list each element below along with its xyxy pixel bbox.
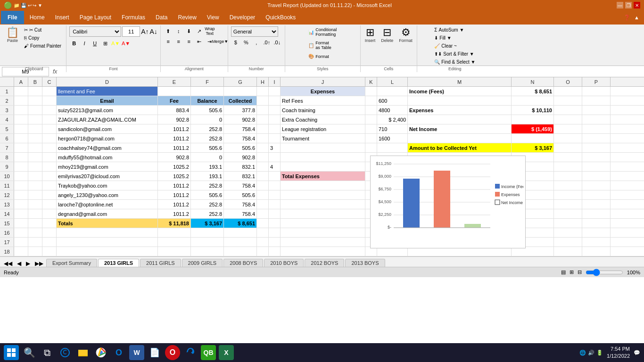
col-header-D[interactable]: D (57, 77, 158, 86)
cell-O10[interactable] (554, 172, 582, 181)
cell-N3[interactable]: $ 10,110 (512, 106, 554, 115)
sort-filter-btn[interactable]: ⬆⬇ Sort & Filter ▼ (432, 50, 476, 58)
cell-A9[interactable] (14, 162, 28, 171)
cell-G1[interactable] (224, 87, 257, 96)
cell-G9[interactable]: 832.1 (224, 162, 257, 171)
cell-D8[interactable]: mduffy55@hotmail.com (57, 153, 158, 162)
cell-C14[interactable] (42, 209, 57, 218)
cell-F2[interactable]: Balance (191, 96, 224, 105)
col-header-L[interactable]: L (377, 77, 408, 86)
cell-D12[interactable]: angely_1230@yahoo.com (57, 190, 158, 199)
cell-B2[interactable] (28, 96, 42, 105)
currency-btn[interactable]: $ (231, 38, 240, 47)
edge2-btn[interactable] (183, 345, 198, 360)
cell-O15[interactable] (554, 219, 582, 228)
battery-icon[interactable]: 🔋 (596, 350, 603, 356)
cell-J10[interactable]: Total Expenses (281, 172, 365, 181)
cell-L1[interactable] (377, 87, 408, 96)
cell-D3[interactable]: suizy52213@gmail.com (57, 106, 158, 115)
cell-C18[interactable] (42, 247, 57, 256)
cell-E15[interactable]: $ 11,818 (158, 219, 191, 228)
cell-L4[interactable]: $ 2,400 (377, 115, 408, 124)
task-view-btn[interactable]: ⧉ (40, 345, 55, 360)
cell-G11[interactable]: 758.4 (224, 181, 257, 190)
notification-icon[interactable]: 💬 (634, 350, 640, 356)
indent-decrease-btn[interactable]: ⇤ (195, 37, 204, 46)
cell-E3[interactable]: 883.4 (158, 106, 191, 115)
merge-center-btn[interactable]: Merge▼ (215, 37, 225, 46)
cell-G13[interactable]: 758.4 (224, 200, 257, 209)
cell-P6[interactable] (582, 134, 611, 143)
opera-btn[interactable]: O (165, 345, 180, 360)
cell-G14[interactable]: 758.4 (224, 209, 257, 218)
cell-F8[interactable]: 0 (191, 153, 224, 162)
cell-J3[interactable]: Coach training (281, 106, 365, 115)
cell-M5[interactable]: Net Income (408, 124, 512, 133)
align-top-btn[interactable]: ⬆ (164, 26, 173, 36)
cell-D2[interactable]: Email (57, 96, 158, 105)
cell-P11[interactable] (582, 181, 611, 190)
cell-N6[interactable] (512, 134, 554, 143)
wrap-text-btn[interactable]: Wrap Text (205, 26, 215, 36)
cell-J1[interactable]: Expenses (281, 87, 365, 96)
cell-D15[interactable]: Totals (57, 219, 158, 228)
align-middle-btn[interactable]: ↕ (174, 26, 183, 36)
cell-E12[interactable]: 1011.2 (158, 190, 191, 199)
cell-G12[interactable]: 505.6 (224, 190, 257, 199)
cell-D10[interactable]: emilyrivas207@icloud.com (57, 172, 158, 181)
cell-E17[interactable] (158, 238, 191, 247)
cell-C10[interactable] (42, 172, 57, 181)
zoom-slider[interactable] (586, 269, 623, 276)
paste-btn[interactable]: 📋 Paste (5, 26, 20, 44)
col-header-E[interactable]: E (158, 77, 191, 86)
align-center-btn[interactable]: ≡ (174, 37, 183, 46)
cell-L7[interactable] (377, 143, 408, 152)
chrome-btn[interactable] (93, 345, 108, 360)
tab-nav-next[interactable]: ▶ (24, 260, 32, 267)
cell-P12[interactable] (582, 190, 611, 199)
cell-N2[interactable] (512, 96, 554, 105)
insert-btn[interactable]: ⊞ Insert (363, 26, 377, 44)
cell-P7[interactable] (582, 143, 611, 152)
menu-review[interactable]: Review (173, 11, 201, 24)
cell-D17[interactable] (57, 238, 158, 247)
col-header-I[interactable]: I (269, 77, 281, 86)
cell-P8[interactable] (582, 153, 611, 162)
cell-A3[interactable] (14, 106, 28, 115)
cell-P13[interactable] (582, 200, 611, 209)
cell-I15[interactable] (269, 219, 281, 228)
cell-M1[interactable]: Income (Fees) (408, 87, 512, 96)
font-name-select[interactable]: Calibri (69, 26, 121, 37)
cell-E9[interactable]: 1025.2 (158, 162, 191, 171)
wifi-icon[interactable]: 🌐 (579, 350, 586, 356)
cell-A17[interactable] (14, 238, 28, 247)
cell-F12[interactable]: 505.6 (191, 190, 224, 199)
cell-J4[interactable]: Extra Coaching (281, 115, 365, 124)
cell-B11[interactable] (28, 181, 42, 190)
cell-E7[interactable]: 1011.2 (158, 143, 191, 152)
cell-A2[interactable] (14, 96, 28, 105)
cell-P4[interactable] (582, 115, 611, 124)
cell-H17[interactable] (257, 238, 269, 247)
cell-I10[interactable] (269, 172, 281, 181)
cell-B18[interactable] (28, 247, 42, 256)
datetime-display[interactable]: 7:54 PM 1/12/2022 (607, 346, 630, 360)
cell-F18[interactable] (191, 247, 224, 256)
cell-I17[interactable] (269, 238, 281, 247)
cell-H16[interactable] (257, 228, 269, 237)
cell-J16[interactable] (281, 228, 365, 237)
percent-btn[interactable]: % (241, 38, 251, 47)
cell-O12[interactable] (554, 190, 582, 199)
cell-A11[interactable] (14, 181, 28, 190)
cell-E13[interactable]: 1011.2 (158, 200, 191, 209)
cell-J12[interactable] (281, 190, 365, 199)
cell-A18[interactable] (14, 247, 28, 256)
cell-C9[interactable] (42, 162, 57, 171)
col-header-N[interactable]: N (512, 77, 554, 86)
cell-D11[interactable]: Traykob@yahoo.com (57, 181, 158, 190)
bold-btn[interactable]: B (69, 39, 79, 48)
cell-M6[interactable] (408, 134, 512, 143)
cell-A16[interactable] (14, 228, 28, 237)
cell-I6[interactable] (269, 134, 281, 143)
cell-G6[interactable]: 758.4 (224, 134, 257, 143)
